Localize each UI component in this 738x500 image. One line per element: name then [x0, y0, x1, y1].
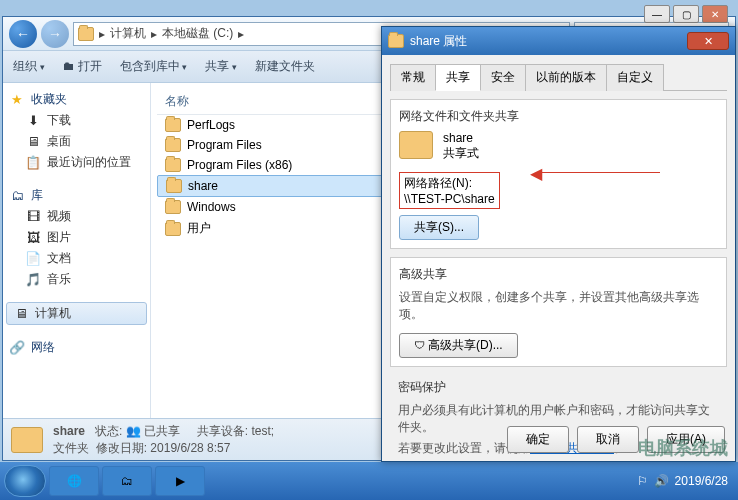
open-button[interactable]: 🖿 打开: [63, 58, 102, 75]
recent-icon: 📋: [25, 155, 41, 171]
sidebar-favorites-header[interactable]: ★收藏夹: [3, 89, 150, 110]
status-sharedev-label: 共享设备:: [197, 424, 248, 438]
network-share-section: 网络文件和文件夹共享 share 共享式 网络路径(N): \\TEST-PC\…: [390, 99, 727, 249]
computer-icon: 🖥: [13, 306, 29, 322]
start-button[interactable]: [4, 465, 46, 497]
drive-icon: [78, 27, 94, 41]
network-path-value: \\TEST-PC\share: [404, 192, 495, 206]
sidebar-item-downloads[interactable]: ⬇下载: [3, 110, 150, 131]
watermark: 电脑系统城: [638, 436, 728, 460]
tab-strip: 常规 共享 安全 以前的版本 自定义: [390, 63, 727, 91]
taskbar-explorer-button[interactable]: 🗂: [102, 466, 152, 496]
shield-icon: 🛡: [414, 339, 425, 351]
folder-icon: [165, 118, 181, 132]
annotation-arrow-icon: ◀: [530, 164, 542, 183]
download-icon: ⬇: [25, 113, 41, 129]
forward-button[interactable]: →: [41, 20, 69, 48]
section-desc: 设置自定义权限，创建多个共享，并设置其他高级共享选项。: [399, 289, 718, 323]
desktop-icon: 🖥: [25, 134, 41, 150]
ok-button[interactable]: 确定: [507, 426, 569, 453]
tab-sharing[interactable]: 共享: [435, 64, 481, 91]
sidebar-item-documents[interactable]: 📄文档: [3, 248, 150, 269]
maximize-button[interactable]: ▢: [673, 5, 699, 23]
new-folder-button[interactable]: 新建文件夹: [255, 58, 315, 75]
section-title: 高级共享: [399, 266, 718, 283]
video-icon: 🎞: [25, 209, 41, 225]
status-type: 文件夹: [53, 441, 89, 455]
section-title: 网络文件和文件夹共享: [399, 108, 718, 125]
status-date-label: 修改日期:: [96, 441, 147, 455]
breadcrumb-item[interactable]: 计算机: [110, 25, 146, 42]
tab-previous-versions[interactable]: 以前的版本: [525, 64, 607, 91]
share-button[interactable]: 共享(S)...: [399, 215, 479, 240]
network-icon: 🔗: [9, 340, 25, 356]
sidebar-item-music[interactable]: 🎵音乐: [3, 269, 150, 290]
folder-icon: [165, 138, 181, 152]
sidebar-item-computer[interactable]: 🖥计算机: [6, 302, 147, 325]
sidebar-item-desktop[interactable]: 🖥桌面: [3, 131, 150, 152]
taskbar-ie-button[interactable]: 🌐: [49, 466, 99, 496]
tab-security[interactable]: 安全: [480, 64, 526, 91]
annotation-arrow-line: [540, 172, 660, 173]
sidebar: ★收藏夹 ⬇下载 🖥桌面 📋最近访问的位置 🗂库 🎞视频 🖼图片 📄文档 🎵音乐…: [3, 83, 151, 418]
sidebar-item-network[interactable]: 🔗网络: [3, 337, 150, 358]
share-menu[interactable]: 共享: [205, 58, 237, 75]
status-date-value: 2019/6/28 8:57: [150, 441, 230, 455]
sidebar-item-pictures[interactable]: 🖼图片: [3, 227, 150, 248]
status-state-label: 状态:: [95, 424, 122, 438]
cancel-button[interactable]: 取消: [577, 426, 639, 453]
back-button[interactable]: ←: [9, 20, 37, 48]
properties-dialog: share 属性 ✕ 常规 共享 安全 以前的版本 自定义 网络文件和文件夹共享…: [381, 26, 736, 462]
folder-icon: [11, 427, 43, 453]
folder-icon: [165, 200, 181, 214]
dialog-close-button[interactable]: ✕: [687, 32, 729, 50]
sidebar-item-videos[interactable]: 🎞视频: [3, 206, 150, 227]
organize-menu[interactable]: 组织: [13, 58, 45, 75]
advanced-share-button[interactable]: 🛡高级共享(D)...: [399, 333, 518, 358]
picture-icon: 🖼: [25, 230, 41, 246]
document-icon: 📄: [25, 251, 41, 267]
share-name: share: [443, 131, 479, 145]
window-controls: — ▢ ✕: [644, 5, 728, 23]
breadcrumb-sep: ▸: [99, 27, 105, 41]
star-icon: ★: [9, 92, 25, 108]
section-title: 密码保护: [398, 379, 719, 396]
folder-icon: [388, 34, 404, 48]
taskbar-media-button[interactable]: ▶: [155, 466, 205, 496]
share-mode: 共享式: [443, 145, 479, 162]
breadcrumb-sep: ▸: [238, 27, 244, 41]
folder-icon: [165, 222, 181, 236]
folder-icon: [165, 158, 181, 172]
folder-icon: [166, 179, 182, 193]
minimize-button[interactable]: —: [644, 5, 670, 23]
advanced-share-section: 高级共享 设置自定义权限，创建多个共享，并设置其他高级共享选项。 🛡高级共享(D…: [390, 257, 727, 367]
library-icon: 🗂: [9, 188, 25, 204]
music-icon: 🎵: [25, 272, 41, 288]
network-path-highlight: 网络路径(N): \\TEST-PC\share: [399, 172, 500, 209]
dialog-titlebar[interactable]: share 属性 ✕: [382, 27, 735, 55]
status-sharedev-value: test;: [251, 424, 274, 438]
sidebar-item-recent[interactable]: 📋最近访问的位置: [3, 152, 150, 173]
status-name: share: [53, 424, 85, 438]
folder-icon: [399, 131, 433, 159]
include-menu[interactable]: 包含到库中: [120, 58, 188, 75]
close-button[interactable]: ✕: [702, 5, 728, 23]
sidebar-libraries-header[interactable]: 🗂库: [3, 185, 150, 206]
tab-customize[interactable]: 自定义: [606, 64, 664, 91]
tab-general[interactable]: 常规: [390, 64, 436, 91]
breadcrumb-sep: ▸: [151, 27, 157, 41]
status-state-value: 已共享: [144, 424, 180, 438]
network-path-label: 网络路径(N):: [404, 175, 495, 192]
dialog-title: share 属性: [410, 33, 467, 50]
breadcrumb-item[interactable]: 本地磁盘 (C:): [162, 25, 233, 42]
